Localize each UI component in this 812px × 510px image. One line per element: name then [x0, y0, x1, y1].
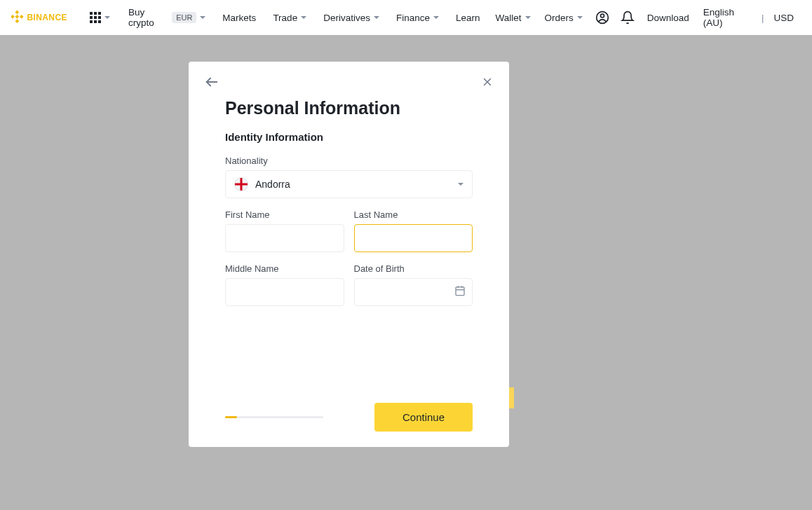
nav-left-group: Buy crypto EUR Markets Trade Derivatives…	[120, 7, 488, 28]
svg-rect-12	[90, 20, 93, 23]
svg-rect-11	[98, 16, 101, 19]
first-name-label: First Name	[225, 209, 344, 220]
last-name-label: Last Name	[354, 209, 473, 220]
svg-rect-9	[90, 16, 93, 19]
nav-derivatives[interactable]: Derivatives	[315, 13, 388, 23]
back-arrow-icon[interactable]	[204, 74, 219, 90]
modal-footer: Continue	[204, 403, 494, 432]
nav-buy-crypto[interactable]: Buy crypto EUR	[120, 7, 214, 28]
nav-language[interactable]: English (AU)	[696, 7, 759, 28]
divider: |	[759, 13, 766, 23]
first-name-input[interactable]	[225, 224, 344, 252]
continue-button[interactable]: Continue	[374, 403, 473, 432]
top-navigation: BINANCE Buy crypto EUR Markets Trade Der…	[0, 0, 812, 35]
section-title: Identity Information	[225, 131, 473, 143]
nav-orders[interactable]: Orders	[538, 13, 590, 23]
chevron-down-icon	[200, 16, 205, 19]
svg-rect-10	[94, 16, 97, 19]
modal-topbar	[204, 74, 494, 90]
nationality-value: Andorra	[255, 179, 458, 190]
progress-bar	[225, 416, 323, 418]
chevron-down-icon	[525, 16, 531, 19]
dob-input[interactable]	[354, 278, 473, 306]
middle-name-label: Middle Name	[225, 263, 344, 274]
svg-rect-0	[15, 11, 20, 15]
user-icon[interactable]	[590, 11, 615, 25]
nav-label: Wallet	[495, 13, 521, 23]
nav-trade[interactable]: Trade	[264, 13, 315, 23]
dob-label: Date of Birth	[354, 263, 473, 274]
svg-point-16	[600, 14, 604, 18]
svg-rect-8	[98, 12, 101, 15]
chevron-down-icon	[433, 16, 439, 19]
modal-title: Personal Information	[225, 98, 473, 118]
chevron-down-icon	[458, 183, 463, 186]
nav-markets[interactable]: Markets	[214, 13, 264, 23]
svg-rect-14	[98, 20, 101, 23]
nationality-select[interactable]: Andorra	[225, 170, 473, 198]
personal-info-modal: Personal Information Identity Informatio…	[189, 62, 509, 447]
name-row: First Name Last Name	[225, 209, 473, 252]
nav-learn[interactable]: Learn	[447, 13, 489, 23]
chevron-down-icon	[301, 16, 306, 19]
nationality-label: Nationality	[225, 156, 473, 166]
nav-label: Buy crypto	[128, 7, 168, 28]
svg-rect-13	[94, 20, 97, 23]
flag-icon	[234, 177, 248, 191]
nav-download[interactable]: Download	[640, 13, 696, 23]
svg-text:BINANCE: BINANCE	[27, 13, 67, 22]
svg-rect-3	[20, 15, 24, 19]
chevron-down-icon	[374, 16, 379, 19]
apps-grid-icon[interactable]	[90, 12, 110, 23]
bell-icon[interactable]	[615, 11, 640, 25]
middle-name-input[interactable]	[225, 278, 344, 306]
middle-dob-row: Middle Name Date of Birth	[225, 263, 473, 306]
currency-badge: EUR	[172, 12, 196, 23]
chevron-down-icon	[577, 16, 583, 19]
nav-finance[interactable]: Finance	[388, 13, 447, 23]
last-name-input[interactable]	[354, 224, 473, 252]
background-button-edge	[509, 387, 514, 408]
svg-rect-6	[90, 12, 93, 15]
svg-rect-1	[11, 15, 15, 19]
svg-rect-7	[94, 12, 97, 15]
nav-fiat[interactable]: USD	[766, 13, 801, 23]
svg-rect-2	[15, 15, 20, 19]
nav-label: Derivatives	[323, 13, 370, 23]
binance-logo[interactable]: BINANCE	[11, 10, 79, 25]
modal-content: Personal Information Identity Informatio…	[204, 98, 494, 403]
svg-rect-4	[15, 19, 20, 23]
nav-right-group: Wallet Orders Download English (AU) | US…	[488, 7, 801, 28]
nav-label: Trade	[273, 13, 297, 23]
close-icon[interactable]	[481, 76, 494, 88]
nav-wallet[interactable]: Wallet	[488, 13, 537, 23]
nav-label: Orders	[545, 13, 574, 23]
progress-fill	[225, 416, 237, 418]
nav-label: Finance	[396, 13, 430, 23]
